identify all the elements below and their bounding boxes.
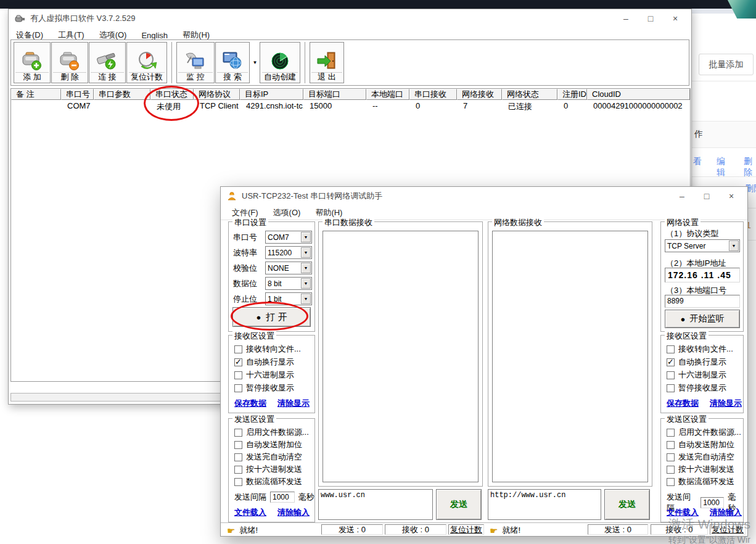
- file-source-checkbox-left[interactable]: 启用文件数据源...: [234, 427, 309, 437]
- baud-rate-dropdown-icon[interactable]: ▼: [301, 247, 311, 258]
- checkbox-icon[interactable]: [667, 345, 675, 353]
- recv-to-file-checkbox-left[interactable]: 接收转向文件...: [234, 344, 301, 354]
- stop-bits-dropdown-icon[interactable]: ▼: [301, 294, 311, 304]
- test-minimize-button[interactable]: –: [670, 187, 694, 205]
- loop-send-checkbox-right[interactable]: 数据流循环发送: [667, 477, 734, 487]
- web-delete-link[interactable]: 删除: [744, 156, 756, 168]
- vcom-titlebar[interactable]: 有人虚拟串口软件 V3.7.2.529 – □ ×: [9, 9, 691, 28]
- monitor-button[interactable]: 监 控: [176, 42, 215, 83]
- checkbox-icon[interactable]: [667, 466, 675, 474]
- loop-send-checkbox-left[interactable]: 数据流循环发送: [234, 477, 302, 487]
- hex-display-checkbox-left[interactable]: 十六进制显示: [234, 370, 294, 380]
- col-serial-recv[interactable]: 串口接收: [409, 89, 457, 100]
- checkbox-icon[interactable]: [234, 345, 242, 353]
- checkbox-icon[interactable]: [667, 371, 675, 379]
- hex-display-checkbox-right[interactable]: 十六进制显示: [667, 370, 726, 380]
- net-recv-area[interactable]: [492, 231, 648, 482]
- hex-send-checkbox-left[interactable]: 按十六进制发送: [234, 464, 302, 474]
- col-register-id[interactable]: 注册ID: [557, 89, 587, 100]
- vcom-minimize-button[interactable]: –: [614, 9, 638, 28]
- col-net-status[interactable]: 网络状态: [502, 89, 557, 100]
- clear-input-link-left[interactable]: 清除输入: [277, 507, 310, 518]
- serial-send-input[interactable]: www.usr.cn: [318, 489, 433, 520]
- vcom-maximize-button[interactable]: □: [638, 9, 663, 28]
- checkbox-icon[interactable]: [234, 466, 242, 474]
- hex-send-checkbox-right[interactable]: 按十六进制发送: [667, 464, 734, 474]
- clear-input-link-right[interactable]: 清除输入: [710, 507, 742, 518]
- col-remark[interactable]: 备 注: [11, 89, 61, 100]
- com-port-select[interactable]: COM7 ▼: [265, 231, 312, 244]
- col-serial-params[interactable]: 串口参数: [94, 89, 150, 100]
- checkbox-icon[interactable]: [234, 453, 242, 461]
- serial-recv-area[interactable]: [323, 231, 479, 482]
- data-bits-select[interactable]: 8 bit ▼: [265, 277, 312, 290]
- send-interval-input-left[interactable]: 1000: [270, 492, 295, 503]
- checkbox-icon[interactable]: [234, 429, 242, 437]
- clear-display-link-right[interactable]: 清除显示: [710, 398, 742, 409]
- test-titlebar[interactable]: USR-TCP232-Test 串口转网络调试助手 – □ ×: [221, 187, 747, 205]
- local-ip-input[interactable]: 172.16 .11 .45: [665, 268, 740, 282]
- checkbox-icon[interactable]: [234, 441, 242, 449]
- search-dropdown-arrow[interactable]: ▼: [250, 42, 260, 83]
- pause-recv-checkbox-right[interactable]: 暂停接收显示: [667, 383, 726, 393]
- checkbox-icon[interactable]: [667, 441, 675, 449]
- col-target-port[interactable]: 目标端口: [303, 89, 366, 100]
- recv-to-file-checkbox-right[interactable]: 接收转向文件...: [667, 344, 733, 354]
- table-row[interactable]: COM7 未使用 TCP Client 4291.cnsh.iot-tc... …: [11, 101, 690, 112]
- net-send-button[interactable]: 发送: [604, 489, 650, 520]
- col-local-port[interactable]: 本地端口: [366, 89, 409, 100]
- col-target-ip[interactable]: 目标IP: [240, 89, 303, 100]
- checkbox-icon[interactable]: [667, 429, 675, 437]
- pause-recv-checkbox-left[interactable]: 暂停接收显示: [234, 383, 294, 393]
- save-data-link-right[interactable]: 保存数据: [667, 398, 699, 409]
- connect-button[interactable]: 连 接: [89, 42, 126, 83]
- local-port-input[interactable]: 8899: [665, 295, 740, 308]
- web-view-link[interactable]: 看: [693, 156, 702, 168]
- search-button[interactable]: 搜 索: [215, 42, 250, 83]
- clear-display-link-left[interactable]: 清除显示: [277, 398, 310, 409]
- load-file-link-right[interactable]: 文件载入: [667, 507, 699, 518]
- save-data-link-left[interactable]: 保存数据: [234, 398, 266, 409]
- vcom-close-button[interactable]: ×: [663, 9, 688, 28]
- auto-create-button[interactable]: 自动创建: [260, 42, 300, 83]
- checkbox-icon[interactable]: [234, 371, 242, 379]
- data-bits-dropdown-icon[interactable]: ▼: [301, 278, 311, 289]
- protocol-dropdown-icon[interactable]: ▼: [729, 241, 739, 251]
- checkbox-icon[interactable]: [667, 478, 675, 486]
- checkbox-icon[interactable]: [667, 453, 675, 461]
- file-source-checkbox-right[interactable]: 启用文件数据源...: [667, 427, 741, 437]
- test-close-button[interactable]: ×: [719, 187, 744, 205]
- serial-send-button[interactable]: 发送: [436, 489, 482, 520]
- protocol-type-select[interactable]: TCP Server ▼: [665, 239, 740, 252]
- test-menu-options[interactable]: 选项(O): [266, 206, 308, 220]
- col-cloud-id[interactable]: CloudID: [587, 89, 690, 100]
- start-listen-button[interactable]: ● 开始监听: [665, 310, 740, 328]
- checkbox-icon[interactable]: [667, 358, 675, 366]
- col-com-port[interactable]: 串口号: [61, 89, 94, 100]
- baud-rate-select[interactable]: 115200 ▼: [265, 246, 312, 259]
- auto-clear-checkbox-right[interactable]: 发送完自动清空: [667, 452, 734, 462]
- add-button[interactable]: 添 加: [14, 42, 51, 83]
- serial-reset-count-button[interactable]: 复位计数: [448, 524, 484, 535]
- checkbox-icon[interactable]: [234, 478, 242, 486]
- checkbox-icon[interactable]: [667, 384, 675, 392]
- checkbox-icon[interactable]: [234, 384, 242, 392]
- auto-clear-checkbox-left[interactable]: 发送完自动清空: [234, 452, 302, 462]
- checkbox-icon[interactable]: [234, 358, 242, 366]
- batch-add-button[interactable]: 批量添加: [699, 54, 754, 75]
- net-send-input[interactable]: http://www.usr.cn: [488, 489, 601, 520]
- auto-wrap-checkbox-right[interactable]: 自动换行显示: [667, 357, 726, 367]
- col-net-recv[interactable]: 网络接收: [457, 89, 502, 100]
- exit-button[interactable]: 退 出: [310, 42, 344, 83]
- reset-count-button[interactable]: 复位计数: [126, 42, 167, 83]
- web-edit-link[interactable]: 编辑: [717, 156, 729, 168]
- test-maximize-button[interactable]: □: [694, 187, 719, 205]
- auto-append-checkbox-right[interactable]: 自动发送附加位: [667, 440, 734, 450]
- auto-wrap-checkbox-left[interactable]: 自动换行显示: [234, 357, 294, 367]
- col-net-protocol[interactable]: 网络协议: [194, 89, 240, 100]
- com-port-dropdown-icon[interactable]: ▼: [301, 232, 311, 242]
- parity-select[interactable]: NONE ▼: [265, 262, 312, 274]
- delete-button[interactable]: 删 除: [51, 42, 88, 83]
- net-reset-count-button[interactable]: 复位计数: [710, 524, 746, 535]
- auto-append-checkbox-left[interactable]: 自动发送附加位: [234, 440, 302, 450]
